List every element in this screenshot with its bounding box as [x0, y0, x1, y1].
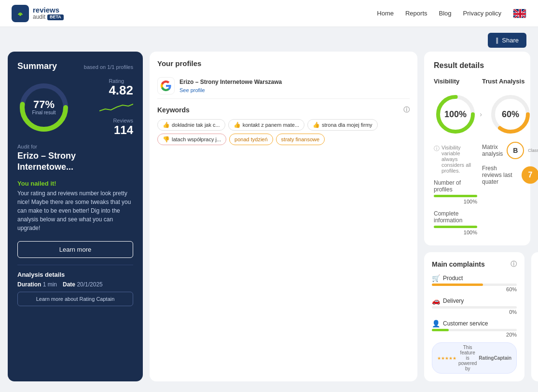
based-on: based on 1/1 profiles — [84, 64, 133, 70]
thumb-down-icon-3: 👎 — [163, 136, 170, 143]
visibility-chart: 100% — [434, 93, 477, 136]
learn-captain-button[interactable]: Learn more about Rating Captain — [17, 292, 133, 306]
logo: reviews audit BETA — [12, 5, 64, 22]
keyword-4[interactable]: ponad tydzień — [229, 134, 273, 145]
customer-label: Customer service — [443, 320, 488, 327]
delivery-icon: 🚗 — [432, 297, 440, 305]
trust-col: Trust Analysis 60% › Matrix analysis B C… — [482, 78, 538, 236]
profiles-title: Your profiles — [157, 59, 410, 68]
result-cols: Visibility 100% › ⓘ Visibility variable … — [434, 78, 521, 236]
duration: Duration 1 min — [17, 281, 57, 288]
trust-pct: 60% — [502, 109, 519, 120]
analysis-details: Analysis details Duration 1 min Date 20/… — [17, 265, 133, 306]
trust-chart: 60% — [489, 93, 532, 136]
thumb-up-icon-0: 👍 — [163, 122, 170, 128]
left-panel: Summary based on 1/1 profiles 77% Final … — [8, 52, 143, 381]
reviews-label: Reviews — [113, 118, 133, 123]
nailed-desc: Your rating and reviews number look pret… — [17, 189, 133, 232]
audit-for: Audit for Erizo – Strony Internetowe... — [17, 144, 133, 173]
complaint-delivery: 🚗 Delivery 0% — [432, 297, 517, 315]
date: Date 20/1/2025 — [63, 281, 103, 288]
profiles-metric: Number of profiles 100% — [434, 179, 477, 204]
share-button[interactable]: ∥ Share — [488, 33, 526, 48]
customer-pct: 20% — [432, 332, 517, 338]
beta-badge: BETA — [47, 14, 64, 20]
nav-blog[interactable]: Blog — [439, 10, 452, 17]
fresh-row: Fresh reviews last quater 7 — [482, 165, 538, 185]
language-flag[interactable] — [513, 9, 526, 18]
main-layout: Summary based on 1/1 profiles 77% Final … — [0, 52, 538, 389]
keyword-0[interactable]: 👍 dokładnie tak jak c... — [157, 119, 225, 131]
nav-home[interactable]: Home — [377, 10, 394, 17]
product-label: Product — [443, 275, 463, 282]
donut-center: 77% Final result — [32, 99, 56, 116]
summary-title: Summary — [17, 61, 57, 71]
delivery-label: Delivery — [443, 297, 464, 304]
nailed-section: You nailed it! Your rating and reviews n… — [17, 180, 133, 232]
keywords-info-icon[interactable]: ⓘ — [403, 106, 410, 114]
complaint-customer: 👤 Customer service 20% — [432, 320, 517, 338]
thumb-up-icon-2: 👍 — [313, 122, 320, 128]
keyword-3[interactable]: 👎 latach współpracy j... — [157, 134, 226, 145]
rating-val: 4.82 — [109, 84, 133, 96]
keywords-title: Keywords ⓘ — [157, 106, 410, 114]
b-class-badge: B — [507, 142, 524, 159]
see-profile-link[interactable]: See profile — [179, 87, 410, 93]
analysis-title: Analysis details — [17, 271, 133, 278]
customer-icon: 👤 — [432, 320, 440, 327]
fresh-val: 7 — [522, 166, 538, 184]
visibility-label: Visibility — [434, 78, 477, 85]
powered-badge: ★★★★★ This feature is powered by RatingC… — [432, 342, 517, 374]
delivery-pct: 0% — [432, 309, 517, 315]
product-pct: 60% — [432, 286, 517, 292]
thumb-up-icon-1: 👍 — [234, 122, 241, 128]
nailed-it: You nailed it! — [17, 180, 133, 187]
visibility-col: Visibility 100% › ⓘ Visibility variable … — [434, 78, 477, 236]
learn-more-button[interactable]: Learn more — [17, 241, 133, 258]
matrix-row: Matrix analysis B Class — [482, 142, 538, 159]
keyword-2[interactable]: 👍 strona dla mojej firmy — [307, 119, 378, 131]
navbar: reviews audit BETA Home Reports Blog Pri… — [0, 0, 538, 27]
profile-info: Erizo – Strony Internetowe Warszawa See … — [179, 79, 410, 93]
profile-name: Erizo – Strony Internetowe Warszawa — [179, 79, 410, 86]
complaints-card: Main complaints ⓘ 🛒 Product 60% 🚗 Delive… — [424, 252, 524, 381]
nav-privacy[interactable]: Privacy policy — [463, 10, 501, 17]
logo-text: reviews audit BETA — [33, 6, 64, 21]
score-pct: 77% — [32, 99, 56, 110]
topbar: ∥ Share — [0, 27, 538, 52]
competitors-card: Google competitors ⓘ In2Web | Projektowa… — [531, 252, 538, 381]
profile-item: Erizo – Strony Internetowe Warszawa See … — [157, 73, 410, 99]
profile-logo — [157, 77, 175, 95]
complaints-info-icon[interactable]: ⓘ — [510, 260, 517, 269]
product-icon: 🛒 — [432, 274, 440, 282]
stars-icon: ★★★★★ — [437, 356, 456, 361]
trust-label: Trust Analysis — [482, 78, 538, 85]
navbar-links: Home Reports Blog Privacy policy — [377, 9, 526, 18]
share-label: Share — [502, 37, 519, 44]
reviews-val: 114 — [113, 123, 133, 137]
score-row: 77% Final result Rating 4.82 Reviews — [17, 78, 133, 137]
keywords-section: Keywords ⓘ 👍 dokładnie tak jak c... 👍 ko… — [157, 106, 410, 145]
result-card: Result details Visibility 100% › ⓘ — [424, 52, 530, 245]
score-meta: Rating 4.82 Reviews 114 — [99, 78, 133, 137]
share-icon: ∥ — [496, 37, 499, 44]
visibility-pct: 100% — [444, 109, 467, 120]
keyword-5[interactable]: straty finansowe — [276, 134, 325, 145]
nav-reports[interactable]: Reports — [405, 10, 428, 17]
result-title: Result details — [434, 61, 521, 70]
score-label: Final result — [32, 110, 56, 116]
center-bottom: Main complaints ⓘ 🛒 Product 60% 🚗 Delive… — [424, 252, 530, 381]
analysis-row: Duration 1 min Date 20/1/2025 — [17, 281, 133, 288]
logo-audit: audit BETA — [33, 14, 64, 20]
company-name: Erizo – Strony Internetowe... — [17, 150, 133, 173]
keyword-1[interactable]: 👍 kontakt z panem mate... — [228, 119, 304, 131]
right-panel: Your profiles Erizo – Strony Internetowe… — [150, 52, 417, 381]
donut-chart: 77% Final result — [17, 81, 70, 134]
logo-reviews: reviews — [33, 6, 64, 14]
svg-point-1 — [19, 14, 22, 16]
keywords-list: 👍 dokładnie tak jak c... 👍 kontakt z pan… — [157, 119, 410, 145]
visibility-info: ⓘ Visibility variable always considers a… — [434, 145, 477, 174]
complaint-product: 🛒 Product 60% — [432, 274, 517, 292]
logo-icon — [12, 5, 29, 22]
reviews-section: Reviews 114 — [113, 118, 133, 137]
